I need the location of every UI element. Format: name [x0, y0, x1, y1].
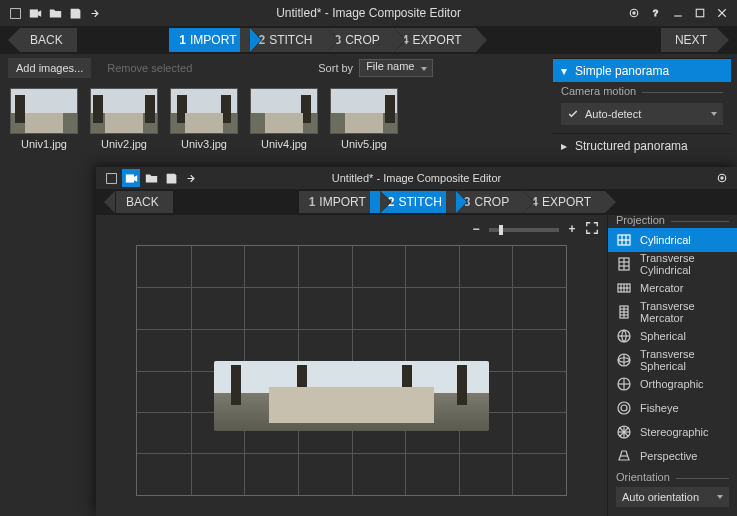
new-from-video-icon[interactable]: [122, 169, 140, 187]
projection-label: Cylindrical: [640, 234, 691, 246]
step-import[interactable]: 1IMPORT: [169, 28, 250, 52]
back-button[interactable]: BACK: [116, 191, 173, 213]
projection-label: Transverse Cylindrical: [640, 252, 729, 276]
titlebar: Untitled* - Image Composite Editor: [96, 167, 737, 189]
projection-icon: [616, 304, 632, 320]
chevron-down-icon: ▾: [561, 64, 571, 78]
new-panorama-icon[interactable]: [6, 4, 24, 22]
projection-grid: [136, 245, 567, 496]
svg-point-15: [721, 177, 723, 179]
thumbnail[interactable]: Univ1.jpg: [10, 88, 78, 150]
projection-cylindrical[interactable]: Cylindrical: [608, 228, 737, 252]
svg-point-42: [621, 405, 627, 411]
export-icon[interactable]: [86, 4, 104, 22]
projection-label: Perspective: [640, 450, 697, 462]
projection-perspective[interactable]: Perspective: [608, 444, 737, 468]
inner-window: Untitled* - Image Composite Editor BACK …: [96, 167, 737, 516]
close-icon[interactable]: [713, 4, 731, 22]
projection-icon: [616, 448, 632, 464]
projection-label: Stereographic: [640, 426, 709, 438]
settings-icon[interactable]: [625, 4, 643, 22]
sort-dropdown[interactable]: File name: [359, 59, 433, 77]
projection-icon: [616, 400, 632, 416]
svg-rect-11: [106, 173, 116, 183]
camera-motion-dropdown[interactable]: Auto-detect: [561, 103, 723, 125]
projection-icon: [616, 376, 632, 392]
zoom-slider[interactable]: [489, 228, 559, 232]
projection-label: Transverse Mercator: [640, 300, 729, 324]
sort-by-label: Sort by: [318, 62, 353, 74]
add-images-button[interactable]: Add images...: [8, 58, 91, 78]
titlebar: Untitled* - Image Composite Editor ?: [0, 0, 737, 26]
projection-label: Transverse Spherical: [640, 348, 729, 372]
minimize-icon[interactable]: [669, 4, 687, 22]
svg-marker-13: [133, 175, 136, 182]
step-bar: BACK 1IMPORT 2STITCH 3CROP 4EXPORT: [96, 189, 737, 215]
svg-text:?: ?: [653, 8, 658, 18]
projection-icon: [616, 352, 632, 368]
projection-fisheye[interactable]: Fisheye: [608, 396, 737, 420]
projection-transverse-spherical[interactable]: Transverse Spherical: [608, 348, 737, 372]
projection-icon: [616, 424, 632, 440]
projection-label: Orthographic: [640, 378, 704, 390]
projection-transverse-mercator[interactable]: Transverse Mercator: [608, 300, 737, 324]
step-tabs: 1IMPORT 2STITCH 3CROP 4EXPORT: [299, 190, 605, 214]
projection-spherical[interactable]: Spherical: [608, 324, 737, 348]
mode-structured-panorama[interactable]: ▸Structured panorama: [553, 133, 731, 157]
back-button[interactable]: BACK: [20, 28, 77, 52]
help-icon[interactable]: ?: [647, 4, 665, 22]
projection-section-label: Projection: [616, 215, 671, 226]
projection-transverse-cylindrical[interactable]: Transverse Cylindrical: [608, 252, 737, 276]
step-tabs: 1IMPORT 2STITCH 3CROP 4EXPORT: [169, 28, 475, 52]
thumbnail[interactable]: Univ4.jpg: [250, 88, 318, 150]
orientation-dropdown[interactable]: Auto orientation: [616, 487, 729, 507]
projection-stereographic[interactable]: Stereographic: [608, 420, 737, 444]
step-bar: BACK 1IMPORT 2STITCH 3CROP 4EXPORT NEXT: [0, 26, 737, 54]
thumbnail-label: Univ1.jpg: [21, 138, 67, 150]
thumbnail-label: Univ5.jpg: [341, 138, 387, 150]
thumbnail[interactable]: Univ3.jpg: [170, 88, 238, 150]
thumbnail-label: Univ2.jpg: [101, 138, 147, 150]
zoom-in-button[interactable]: +: [565, 223, 579, 237]
stitched-preview[interactable]: [214, 361, 489, 431]
zoom-controls: − +: [469, 221, 599, 238]
save-icon[interactable]: [162, 169, 180, 187]
thumbnail[interactable]: Univ2.jpg: [90, 88, 158, 150]
orientation-section-label: Orientation: [616, 471, 676, 483]
next-button[interactable]: NEXT: [661, 28, 717, 52]
svg-rect-0: [10, 8, 20, 18]
projection-panel: Projection CylindricalTransverse Cylindr…: [607, 215, 737, 516]
projection-orthographic[interactable]: Orthographic: [608, 372, 737, 396]
zoom-out-button[interactable]: −: [469, 223, 483, 237]
save-icon[interactable]: [66, 4, 84, 22]
export-icon[interactable]: [182, 169, 200, 187]
thumbnail-label: Univ3.jpg: [181, 138, 227, 150]
mode-simple-panorama[interactable]: ▾Simple panorama: [553, 58, 731, 82]
open-icon[interactable]: [142, 169, 160, 187]
fit-to-screen-icon[interactable]: [585, 221, 599, 238]
svg-rect-7: [696, 9, 704, 17]
check-icon: [567, 108, 579, 120]
settings-icon[interactable]: [713, 169, 731, 187]
open-icon[interactable]: [46, 4, 64, 22]
new-panorama-icon[interactable]: [102, 169, 120, 187]
stitch-canvas[interactable]: − +: [96, 215, 607, 516]
svg-rect-12: [125, 174, 133, 182]
svg-rect-1: [29, 9, 37, 17]
projection-mercator[interactable]: Mercator: [608, 276, 737, 300]
svg-marker-2: [37, 10, 40, 17]
svg-point-41: [618, 402, 630, 414]
mode-panel: ▾Simple panorama Camera motion Auto-dete…: [553, 58, 731, 157]
projection-icon: [616, 328, 632, 344]
chevron-right-icon: ▸: [561, 139, 571, 153]
thumbnail-label: Univ4.jpg: [261, 138, 307, 150]
step-import[interactable]: 1IMPORT: [299, 191, 380, 213]
projection-icon: [616, 256, 632, 272]
maximize-icon[interactable]: [691, 4, 709, 22]
camera-motion-label: Camera motion: [561, 85, 642, 97]
svg-point-4: [633, 12, 635, 14]
new-from-video-icon[interactable]: [26, 4, 44, 22]
projection-label: Fisheye: [640, 402, 679, 414]
thumbnail[interactable]: Univ5.jpg: [330, 88, 398, 150]
projection-label: Spherical: [640, 330, 686, 342]
